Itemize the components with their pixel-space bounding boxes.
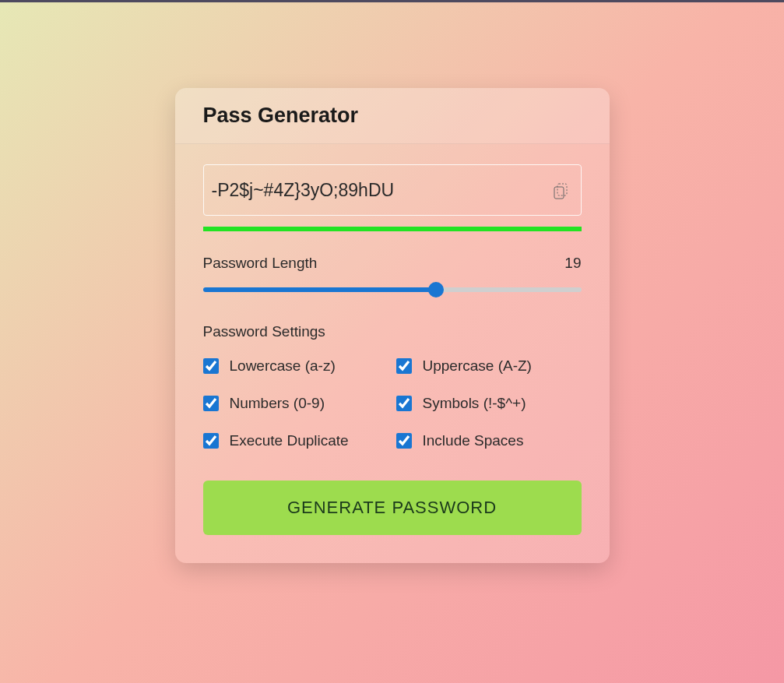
checkbox-lowercase[interactable]: [203, 358, 219, 374]
card-body: Password Length 19 Password Settings Low…: [175, 144, 610, 563]
option-label: Uppercase (A-Z): [423, 357, 532, 375]
card-header: Pass Generator: [175, 88, 610, 144]
option-label: Numbers (0-9): [230, 395, 325, 412]
svg-rect-1: [554, 187, 564, 199]
option-exclude-duplicate[interactable]: Execute Duplicate: [203, 432, 388, 449]
settings-title: Password Settings: [203, 323, 582, 340]
length-slider[interactable]: [203, 287, 582, 292]
option-include-spaces[interactable]: Include Spaces: [396, 432, 582, 449]
length-value: 19: [564, 255, 581, 272]
option-label: Lowercase (a-z): [230, 357, 336, 375]
svg-rect-0: [557, 184, 567, 195]
length-label: Password Length: [203, 255, 318, 272]
checkbox-include-spaces[interactable]: [396, 433, 412, 449]
checkbox-uppercase[interactable]: [396, 358, 412, 374]
length-header: Password Length 19: [203, 255, 582, 272]
length-section: Password Length 19: [203, 255, 582, 295]
option-label: Include Spaces: [423, 432, 524, 449]
checkbox-symbols[interactable]: [396, 396, 412, 411]
page-title: Pass Generator: [203, 104, 582, 128]
option-uppercase[interactable]: Uppercase (A-Z): [396, 357, 582, 375]
option-symbols[interactable]: Symbols (!-$^+): [396, 395, 582, 412]
strength-indicator: [203, 227, 582, 231]
generate-button[interactable]: GENERATE PASSWORD: [203, 481, 582, 535]
copy-icon: [550, 181, 569, 199]
password-output: [212, 165, 536, 215]
copy-button[interactable]: [550, 180, 570, 200]
option-lowercase[interactable]: Lowercase (a-z): [203, 357, 388, 375]
settings-section: Password Settings Lowercase (a-z) Upperc…: [203, 323, 582, 449]
checkbox-numbers[interactable]: [203, 396, 219, 411]
options-grid: Lowercase (a-z) Uppercase (A-Z) Numbers …: [203, 357, 582, 449]
checkbox-exclude-duplicate[interactable]: [203, 433, 219, 449]
option-label: Execute Duplicate: [230, 432, 349, 449]
option-numbers[interactable]: Numbers (0-9): [203, 395, 388, 412]
password-generator-card: Pass Generator Password Length 19 Passwo…: [175, 88, 610, 563]
password-output-box: [203, 164, 582, 216]
option-label: Symbols (!-$^+): [423, 395, 526, 412]
